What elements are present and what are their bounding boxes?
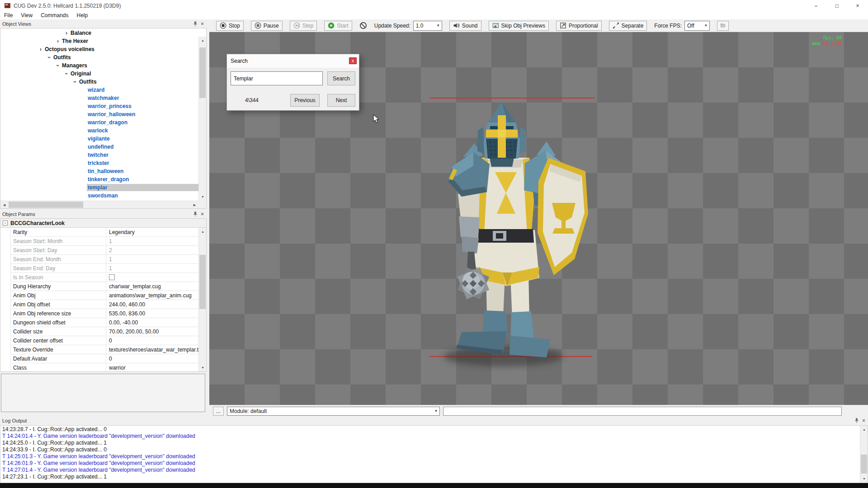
dialog-close-button[interactable]: x	[349, 57, 357, 64]
module-command-input[interactable]	[443, 407, 842, 416]
scroll-right-icon[interactable]: ▶	[191, 201, 198, 209]
tree-vertical-scrollbar[interactable]: ▲ ▼	[198, 37, 206, 201]
search-input[interactable]	[231, 71, 323, 85]
tree-item-Original[interactable]: ›Original	[0, 70, 198, 78]
tree-item-twitcher[interactable]: twitcher	[0, 151, 198, 159]
block-icon[interactable]	[359, 22, 367, 29]
pin-icon[interactable]	[854, 418, 859, 423]
scroll-up-icon[interactable]: ▲	[199, 228, 207, 235]
search-button[interactable]: Search	[327, 71, 355, 85]
menu-file[interactable]: File	[0, 11, 17, 19]
tree-item-swordsman[interactable]: swordsman	[0, 192, 198, 200]
tree-item-warrior_princess[interactable]: warrior_princess	[0, 102, 198, 110]
minimize-button[interactable]: –	[806, 0, 826, 11]
panel-close-icon[interactable]: ×	[201, 21, 204, 27]
tree-item-watchmaker[interactable]: watchmaker	[0, 94, 198, 102]
scroll-down-icon[interactable]: ▼	[199, 193, 207, 201]
tree-item-Balance[interactable]: ›Balance	[0, 29, 198, 37]
stop-button[interactable]: Stop	[216, 21, 244, 31]
param-value[interactable]: warrior	[106, 363, 198, 371]
tree-item-tinkerer_dragon[interactable]: tinkerer_dragon	[0, 175, 198, 183]
previous-button[interactable]: Previous	[290, 94, 320, 107]
param-value[interactable]: 1	[106, 255, 198, 263]
scene-viewport[interactable]: fps: 60 mem 18.2 MB	[209, 32, 868, 405]
scroll-up-icon[interactable]: ▲	[860, 426, 868, 433]
menu-view[interactable]: View	[17, 11, 37, 19]
checkbox[interactable]	[109, 274, 115, 280]
param-value[interactable]: 0	[106, 336, 198, 345]
log-vertical-scrollbar[interactable]: ▲ ▼	[860, 426, 868, 483]
more-button[interactable]: ...	[213, 407, 224, 416]
scroll-thumb[interactable]	[199, 255, 206, 309]
panel-close-icon[interactable]: ×	[201, 211, 204, 217]
force-fps-select[interactable]: Off ▼	[684, 21, 710, 31]
tree-item-undefined[interactable]: undefined	[0, 143, 198, 151]
panel-close-icon[interactable]: ×	[862, 418, 865, 423]
params-group-header[interactable]: - BCCGCharacterLook	[0, 219, 206, 228]
param-value[interactable]: 1	[106, 237, 198, 245]
separate-button[interactable]: Separate	[609, 21, 647, 31]
scroll-up-icon[interactable]: ▲	[199, 37, 207, 44]
sound-button[interactable]: Sound	[449, 21, 481, 31]
tree-item-tin_halloween[interactable]: tin_halloween	[0, 167, 198, 175]
params-vertical-scrollbar[interactable]: ▲ ▼	[198, 228, 206, 371]
chevron-right-icon[interactable]: ›	[63, 30, 70, 36]
tree-item-templar[interactable]: templar	[0, 183, 198, 192]
param-value[interactable]: 244.00, 460.00	[106, 300, 198, 309]
extra-toolbar-button[interactable]	[717, 21, 729, 31]
separate-label: Separate	[622, 23, 644, 29]
chevron-down-icon[interactable]: ›	[55, 62, 61, 69]
chevron-right-icon[interactable]: ›	[38, 46, 44, 52]
step-button[interactable]: Step	[290, 21, 317, 31]
pin-icon[interactable]	[193, 211, 198, 217]
chevron-right-icon[interactable]: ›	[55, 38, 61, 44]
update-speed-select[interactable]: 1.0 ▼	[413, 21, 442, 31]
param-value[interactable]: 535.00, 836.00	[106, 309, 198, 318]
log-line: T 14:25:01.3 - Y. Game version leaderboa…	[2, 453, 859, 460]
chevron-down-icon[interactable]: ›	[46, 54, 52, 61]
param-value[interactable]: textures\heroes\avatar_war_templar.te	[106, 345, 198, 354]
skip-obj-previews-button[interactable]: Skip Obj Previews	[489, 21, 549, 31]
param-value[interactable]: 1	[106, 264, 198, 272]
param-value[interactable]: animations\war_templar_anim.cug	[106, 291, 198, 300]
scroll-thumb[interactable]	[861, 455, 867, 474]
tree-item-The Hexer[interactable]: ›The Hexer	[0, 37, 198, 45]
search-dialog-titlebar[interactable]: Search x	[227, 54, 359, 68]
tree-item-Octopus voicelines[interactable]: ›Octopus voicelines	[0, 45, 198, 53]
param-value[interactable]: 70.00, 200.00, 50.00	[106, 327, 198, 336]
param-value[interactable]: 0	[106, 354, 198, 363]
start-button[interactable]: Start	[324, 21, 352, 31]
tree-item-warrior_dragon[interactable]: warrior_dragon	[0, 118, 198, 127]
maximize-button[interactable]: □	[826, 0, 847, 11]
next-button[interactable]: Next	[327, 94, 355, 107]
close-button[interactable]: ×	[847, 0, 868, 11]
scroll-thumb[interactable]	[199, 47, 206, 98]
param-value[interactable]	[106, 273, 198, 282]
scroll-left-icon[interactable]: ◀	[0, 201, 8, 209]
module-select[interactable]: Module: default ▼	[227, 407, 440, 416]
tree-item-warrior_halloween[interactable]: warrior_halloween	[0, 110, 198, 118]
tree-horizontal-scrollbar[interactable]: ◀ ▶	[0, 201, 198, 208]
tree-item-wizard[interactable]: wizard	[0, 86, 198, 94]
param-value[interactable]: Legendary	[106, 228, 198, 236]
menu-help[interactable]: Help	[73, 11, 92, 19]
chevron-down-icon[interactable]: ›	[63, 70, 70, 77]
scroll-down-icon[interactable]: ▼	[199, 364, 207, 371]
tree-item-Managers[interactable]: ›Managers	[0, 61, 198, 70]
tree-item-trickster[interactable]: trickster	[0, 159, 198, 167]
tree-item-vigilante[interactable]: vigilante	[0, 135, 198, 143]
tree-item-warlock[interactable]: warlock	[0, 127, 198, 135]
param-value[interactable]: char\war_templar.cug	[106, 282, 198, 291]
proportional-button[interactable]: Proportional	[556, 21, 602, 31]
collapse-icon[interactable]: -	[3, 221, 8, 225]
pause-button[interactable]: Pause	[251, 21, 283, 31]
tree-item-Outfits[interactable]: ›Outfits	[0, 53, 198, 61]
tree-item-Outfits[interactable]: ›Outfits	[0, 78, 198, 86]
chevron-down-icon[interactable]: ›	[72, 79, 78, 85]
menu-commands[interactable]: Commands	[37, 11, 72, 19]
scroll-thumb[interactable]	[9, 202, 83, 208]
param-value[interactable]: 0.00, -40.00	[106, 318, 198, 327]
scroll-down-icon[interactable]: ▼	[860, 475, 868, 483]
pin-icon[interactable]	[193, 21, 198, 27]
param-value[interactable]: 2	[106, 246, 198, 254]
